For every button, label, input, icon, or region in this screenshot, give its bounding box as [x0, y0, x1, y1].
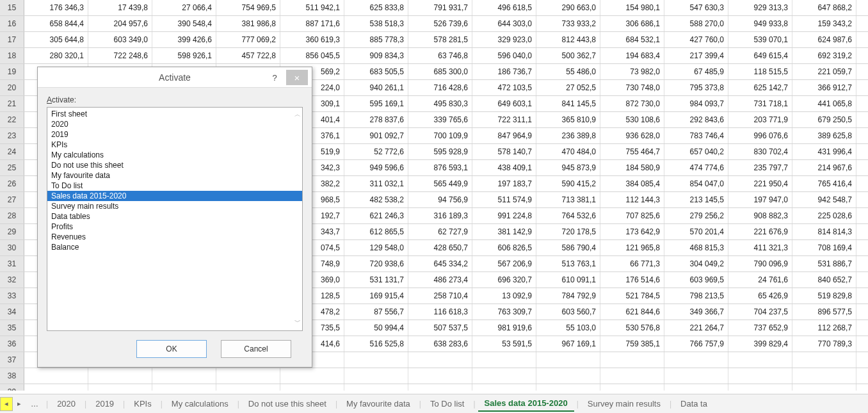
cell[interactable]: 339 765,6: [408, 112, 472, 127]
cell[interactable]: 52 772,6: [344, 144, 408, 159]
cell[interactable]: 278 837,6: [344, 112, 408, 127]
cell[interactable]: 578 140,7: [472, 144, 536, 159]
cell[interactable]: 390 548,4: [152, 16, 216, 31]
cell[interactable]: 173 642,9: [600, 224, 664, 239]
cell[interactable]: 290 663,0: [536, 0, 600, 15]
cell[interactable]: 606 826,5: [472, 240, 536, 255]
cell[interactable]: 511 942,1: [280, 0, 344, 15]
list-item[interactable]: 2019: [47, 129, 302, 140]
cell[interactable]: 87 556,7: [344, 304, 408, 320]
cancel-button[interactable]: Cancel: [221, 340, 291, 358]
cell[interactable]: 349 366,7: [664, 304, 728, 320]
cell[interactable]: 539 070,1: [728, 32, 792, 47]
cell[interactable]: 856 045,5: [280, 48, 344, 63]
cell[interactable]: 996 076,6: [728, 128, 792, 143]
cell[interactable]: 55 486,0: [536, 64, 600, 79]
cell[interactable]: 279 256,2: [664, 208, 728, 223]
row-header[interactable]: 23: [0, 128, 24, 143]
sheet-listbox[interactable]: ︿ ﹀ First sheet20202019KPIsMy calculatio…: [47, 107, 303, 331]
cell[interactable]: 486 273,4: [408, 272, 472, 287]
cell[interactable]: 118 515,5: [728, 64, 792, 79]
cell[interactable]: 840 652,7: [792, 272, 856, 287]
cell[interactable]: 896 577,5: [792, 304, 856, 320]
cell[interactable]: [88, 384, 152, 391]
cell[interactable]: 638 283,6: [408, 336, 472, 352]
cell[interactable]: 305 644,8: [24, 32, 88, 47]
cell[interactable]: 704 237,5: [728, 304, 792, 320]
cell[interactable]: 984 093,7: [664, 96, 728, 111]
cell[interactable]: 684 532,1: [600, 32, 664, 47]
cell[interactable]: [216, 384, 280, 391]
cell[interactable]: [664, 384, 728, 391]
cell[interactable]: 720 178,5: [536, 224, 600, 239]
cell[interactable]: [472, 368, 536, 384]
cell[interactable]: 763 309,7: [472, 304, 536, 320]
cell[interactable]: 203 771,9: [728, 112, 792, 127]
cell[interactable]: 221 676,9: [728, 224, 792, 239]
list-item[interactable]: Do not use this sheet: [47, 160, 302, 170]
cell[interactable]: 707 825,6: [600, 208, 664, 223]
dialog-help-button[interactable]: ?: [266, 70, 284, 85]
cell[interactable]: [152, 384, 216, 391]
list-item[interactable]: My favourite data: [47, 170, 302, 181]
cell[interactable]: 169 915,4: [344, 288, 408, 304]
cell[interactable]: 468 815,3: [664, 240, 728, 255]
cell[interactable]: 872 730,0: [600, 96, 664, 111]
scroll-down-icon[interactable]: ﹀: [294, 318, 301, 327]
row-header[interactable]: 27: [0, 192, 24, 207]
list-item[interactable]: To Do list: [47, 181, 302, 191]
cell[interactable]: 221 264,7: [664, 320, 728, 336]
cell[interactable]: 184 580,9: [600, 160, 664, 175]
cell[interactable]: 885 778,3: [344, 32, 408, 47]
list-item[interactable]: KPIs: [47, 140, 302, 150]
cell[interactable]: 384 085,4: [600, 176, 664, 191]
cell[interactable]: [664, 368, 728, 384]
cell[interactable]: [280, 384, 344, 391]
sheet-tab[interactable]: Data ta: [674, 396, 714, 411]
cell[interactable]: 62 727,9: [408, 224, 472, 239]
cell[interactable]: 795 373,8: [664, 80, 728, 95]
cell[interactable]: 214 967,6: [792, 160, 856, 175]
cell[interactable]: 500 362,7: [536, 48, 600, 63]
cell[interactable]: 730 748,0: [600, 80, 664, 95]
row-header[interactable]: 22: [0, 112, 24, 127]
cell[interactable]: 692 319,2: [792, 48, 856, 63]
cell[interactable]: 830 702,4: [728, 144, 792, 159]
cell[interactable]: 679 250,5: [792, 112, 856, 127]
cell[interactable]: 538 518,3: [344, 16, 408, 31]
cell[interactable]: 197 947,0: [728, 192, 792, 207]
cell[interactable]: 596 040,0: [472, 48, 536, 63]
cell[interactable]: 472 103,5: [472, 80, 536, 95]
cell[interactable]: 94 756,9: [408, 192, 472, 207]
row-header[interactable]: 24: [0, 144, 24, 159]
cell[interactable]: 66 771,3: [600, 256, 664, 271]
cell[interactable]: 516 525,8: [344, 336, 408, 352]
cell[interactable]: 713 381,1: [536, 192, 600, 207]
cell[interactable]: 685 300,0: [408, 64, 472, 79]
list-item[interactable]: Revenues: [47, 232, 302, 242]
cell[interactable]: 847 964,9: [472, 128, 536, 143]
cell[interactable]: 657 040,2: [664, 144, 728, 159]
cell[interactable]: 644 303,0: [472, 16, 536, 31]
ok-button[interactable]: OK: [136, 340, 207, 358]
cell[interactable]: [600, 368, 664, 384]
cell[interactable]: 457 722,8: [216, 48, 280, 63]
cell[interactable]: 438 409,1: [472, 160, 536, 175]
cell[interactable]: 764 532,6: [536, 208, 600, 223]
cell[interactable]: 311 032,1: [344, 176, 408, 191]
cell[interactable]: 940 261,1: [344, 80, 408, 95]
cell[interactable]: 63 746,8: [408, 48, 472, 63]
row-header[interactable]: 19: [0, 64, 24, 79]
cell[interactable]: 784 792,9: [536, 288, 600, 304]
cell[interactable]: [536, 352, 600, 368]
cell[interactable]: 186 736,7: [472, 64, 536, 79]
list-item[interactable]: Sales data 2015-2020: [47, 191, 302, 201]
cell[interactable]: 366 912,7: [792, 80, 856, 95]
cell[interactable]: 967 169,1: [536, 336, 600, 352]
cell[interactable]: [792, 368, 856, 384]
cell[interactable]: 876 593,1: [408, 160, 472, 175]
dialog-close-button[interactable]: ×: [286, 70, 308, 85]
cell[interactable]: [408, 368, 472, 384]
cell[interactable]: 588 270,0: [664, 16, 728, 31]
cell[interactable]: 625 833,8: [344, 0, 408, 15]
